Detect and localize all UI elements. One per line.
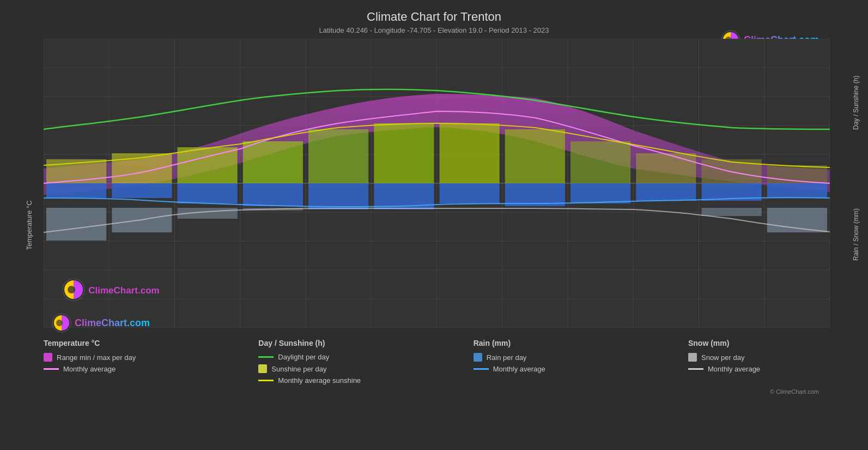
temp-range-swatch [44,353,52,362]
legend-item-temp-range: Range min / max per day [44,353,180,362]
legend-title-temperature: Temperature °C [44,339,180,347]
legend-col-rain: Rain (mm) Rain per day Monthly average [474,339,610,385]
sunshine-per-day-label: Sunshine per day [271,365,326,373]
svg-rect-61 [112,183,172,198]
svg-rect-76 [702,208,762,216]
legend-item-snow-per-day: Snow per day [688,353,824,362]
legend-col-sunshine: Day / Sunshine (h) Daylight per day Suns… [258,339,394,385]
sunshine-per-day-swatch [258,364,267,373]
legend-item-daylight: Daylight per day [258,353,394,361]
sunshine-avg-swatch [258,380,274,381]
y-axis-right-sunshine-label: Day / Sunshine (h) [852,37,860,168]
chart-container: Climate Chart for Trenton Latitude 40.24… [0,0,868,450]
legend-item-rain-per-day: Rain per day [474,353,610,362]
main-chart-svg: 50 40 30 20 10 0 -10 -20 -30 -40 -50 24 … [44,39,830,328]
legend-col-temperature: Temperature °C Range min / max per day M… [44,339,180,385]
temp-range-label: Range min / max per day [57,353,136,362]
snow-per-day-swatch [688,353,697,362]
daylight-swatch [258,356,274,358]
rain-per-day-swatch [474,353,482,362]
y-axis-label-left: Temperature °C [25,200,33,250]
svg-rect-52 [308,129,368,183]
svg-rect-69 [636,183,696,201]
legend-area: Temperature °C Range min / max per day M… [0,332,868,387]
svg-rect-68 [570,183,630,203]
legend-item-temp-avg: Monthly average [44,365,180,373]
legend-item-sunshine-avg: Monthly average sunshine [258,376,394,385]
svg-rect-50 [178,147,238,183]
svg-point-94 [68,286,75,293]
svg-rect-60 [46,183,106,198]
rain-avg-label: Monthly average [493,365,545,373]
rain-avg-swatch [474,368,489,370]
chart-title: Climate Chart for Trenton [0,10,868,24]
logo-bottom-left: ClimeChart.com [52,313,150,333]
legend-title-rain: Rain (mm) [474,339,610,347]
legend-title-snow: Snow (mm) [688,339,824,347]
legend-item-sunshine-per-day: Sunshine per day [258,364,394,373]
svg-rect-63 [243,183,303,206]
svg-rect-64 [308,183,368,209]
legend-item-snow-avg: Monthly average [688,365,824,373]
chart-area: 50 40 30 20 10 0 -10 -20 -30 -40 -50 24 … [44,39,830,328]
legend-col-snow: Snow (mm) Snow per day Monthly average [688,339,824,385]
sunshine-avg-label: Monthly average sunshine [278,376,361,385]
svg-point-97 [56,320,63,326]
logo-icon-bottom [52,313,71,333]
copyright-text: © ClimeChart.com [0,387,868,395]
svg-rect-57 [636,153,696,183]
temp-avg-label: Monthly average [63,365,116,373]
snow-avg-label: Monthly average [708,365,760,373]
svg-rect-71 [767,183,827,198]
svg-rect-54 [440,123,500,183]
svg-rect-55 [505,129,565,183]
daylight-label: Daylight per day [278,353,329,361]
svg-rect-53 [374,123,434,183]
svg-rect-66 [440,183,500,203]
svg-rect-72 [46,208,106,241]
temp-avg-swatch [44,368,59,370]
svg-rect-62 [178,183,238,203]
legend-title-sunshine: Day / Sunshine (h) [258,339,394,347]
svg-rect-56 [570,141,630,183]
svg-text:ClimeChart.com: ClimeChart.com [88,285,160,296]
svg-rect-51 [243,141,303,183]
snow-per-day-label: Snow per day [701,353,745,362]
logo-text-bottom: ClimeChart.com [75,317,150,329]
rain-per-day-label: Rain per day [487,353,527,362]
snow-avg-swatch [688,368,703,370]
y-axis-right-rain-label: Rain / Snow (mm) [852,180,860,289]
legend-item-rain-avg: Monthly average [474,365,610,373]
